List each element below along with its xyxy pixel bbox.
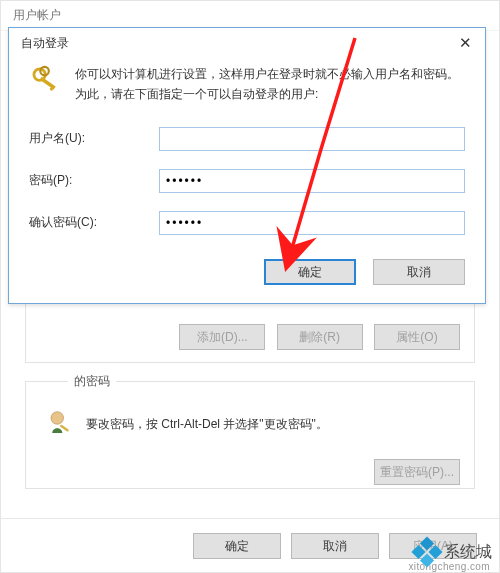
- users-group-buttons: 添加(D)... 删除(R) 属性(O): [40, 324, 460, 350]
- svg-point-0: [51, 412, 64, 425]
- user-keys-icon: [46, 408, 76, 441]
- confirm-password-label: 确认密码(C):: [29, 214, 159, 231]
- modal-titlebar: 自动登录 ✕: [9, 28, 485, 58]
- password-input[interactable]: [159, 169, 465, 193]
- close-icon[interactable]: ✕: [455, 34, 475, 52]
- watermark-text: 系统城: [444, 542, 492, 563]
- remove-user-button[interactable]: 删除(R): [277, 324, 363, 350]
- user-properties-button[interactable]: 属性(O): [374, 324, 460, 350]
- modal-ok-button[interactable]: 确定: [264, 259, 356, 285]
- modal-title: 自动登录: [21, 35, 69, 52]
- password-label: 密码(P):: [29, 172, 159, 189]
- modal-intro-line1: 你可以对计算机进行设置，这样用户在登录时就不必输入用户名和密码。: [75, 64, 459, 84]
- confirm-password-input[interactable]: [159, 211, 465, 235]
- modal-intro-line2: 为此，请在下面指定一个可以自动登录的用户:: [75, 84, 459, 104]
- watermark-logo-icon: [411, 536, 442, 567]
- password-group-label: 的密码: [68, 373, 116, 390]
- parent-ok-button[interactable]: 确定: [193, 533, 281, 559]
- reset-password-button[interactable]: 重置密码(P)...: [374, 459, 460, 485]
- modal-intro: 你可以对计算机进行设置，这样用户在登录时就不必输入用户名和密码。 为此，请在下面…: [75, 64, 459, 105]
- modal-cancel-button[interactable]: 取消: [373, 259, 465, 285]
- keys-icon: [29, 64, 63, 105]
- username-label: 用户名(U):: [29, 130, 159, 147]
- add-user-button[interactable]: 添加(D)...: [179, 324, 265, 350]
- username-input[interactable]: [159, 127, 465, 151]
- password-group: 的密码 要改密码，按 Ctrl-Alt-Del 并选择"更改密码"。 重置密码(…: [25, 381, 475, 489]
- parent-cancel-button[interactable]: 取消: [291, 533, 379, 559]
- password-instruction: 要改密码，按 Ctrl-Alt-Del 并选择"更改密码"。: [86, 416, 328, 433]
- watermark: 系统城: [416, 541, 492, 563]
- auto-login-dialog: 自动登录 ✕ 你可以对计算机进行设置，这样用户在登录时就不必输入用户名和密码。 …: [8, 27, 486, 304]
- parent-title: 用户帐户: [13, 7, 61, 24]
